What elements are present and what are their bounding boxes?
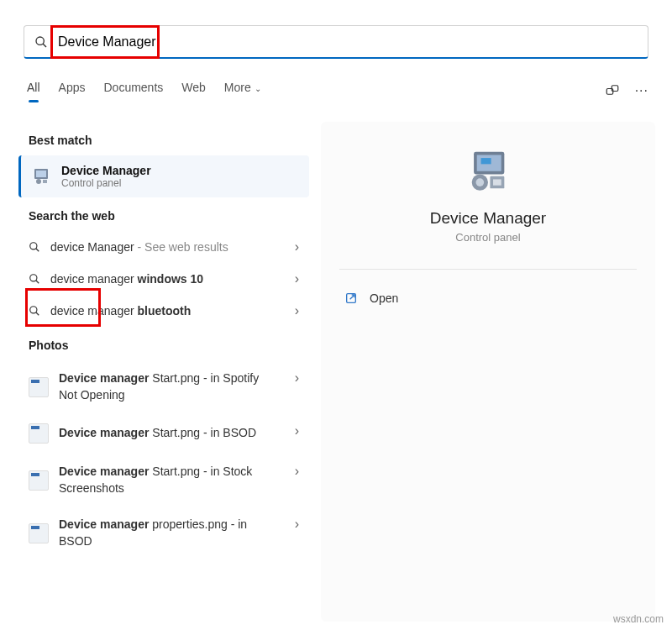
chevron-right-icon: › [295,423,299,438]
svg-point-10 [30,275,37,281]
svg-point-8 [30,243,37,249]
results-area: Best match Device Manager Control panel … [17,122,655,622]
svg-rect-20 [493,179,501,185]
more-options-icon[interactable]: ··· [635,83,648,98]
device-manager-icon [463,147,513,197]
svg-point-6 [36,179,41,184]
search-icon [34,35,48,49]
photo-result[interactable]: Device manager properties.png - in BSOD … [17,507,311,559]
device-link-icon[interactable] [605,82,620,100]
web-result-label: device manager bluetooth [50,304,191,318]
svg-point-12 [30,307,37,313]
web-result-label: device manager windows 10 [50,272,203,286]
web-result-label: device Manager - See web results [50,240,228,254]
section-photos: Photos [29,339,311,352]
photo-result-label: Device manager properties.png - in BSOD [59,517,260,549]
photo-result[interactable]: Device manager Start.png - in Spotify No… [17,360,311,413]
tab-web[interactable]: Web [181,81,206,101]
chevron-right-icon: › [295,303,299,318]
open-external-icon [344,291,358,305]
svg-line-9 [36,249,39,252]
search-input[interactable] [58,34,638,50]
photo-result[interactable]: Device manager Start.png - in BSOD › [17,413,311,454]
photo-result[interactable]: Device manager Start.png - in Stock Scre… [17,454,311,507]
svg-rect-16 [481,158,491,164]
tab-documents[interactable]: Documents [103,81,163,101]
chevron-right-icon: › [295,464,299,479]
search-bar[interactable] [24,25,648,59]
preview-pane: Device Manager Control panel Open [321,122,655,622]
chevron-right-icon: › [295,271,299,286]
chevron-right-icon: › [295,517,299,532]
results-list: Best match Device Manager Control panel … [17,122,311,622]
chevron-right-icon: › [295,370,299,386]
image-thumbnail-icon [29,377,49,397]
photo-result-label: Device manager Start.png - in Spotify No… [59,370,260,403]
preview-subtitle: Control panel [321,231,655,244]
tab-all[interactable]: All [27,81,40,101]
open-label: Open [370,291,398,305]
svg-rect-7 [43,180,47,183]
device-manager-icon [31,166,51,186]
svg-line-1 [43,44,46,47]
section-best-match: Best match [29,134,311,147]
filter-tabs: All Apps Documents Web More ⌄ ··· [27,81,648,101]
search-icon [29,273,40,285]
svg-point-0 [36,37,44,45]
watermark: wsxdn.com [613,613,664,625]
image-thumbnail-icon [29,423,49,444]
image-thumbnail-icon [29,470,49,491]
open-button[interactable]: Open [321,280,655,317]
section-search-web: Search the web [29,209,311,223]
chevron-down-icon: ⌄ [255,84,261,93]
svg-point-18 [476,178,485,186]
web-result[interactable]: device manager windows 10 › [17,263,311,295]
photo-result-label: Device manager Start.png - in BSOD [59,425,256,442]
svg-line-11 [36,281,39,284]
best-match-subtitle: Control panel [61,177,151,189]
tab-more[interactable]: More ⌄ [224,81,261,101]
photo-result-label: Device manager Start.png - in Stock Scre… [59,464,260,496]
tab-apps[interactable]: Apps [59,81,86,101]
image-thumbnail-icon [29,523,49,543]
divider [339,269,637,270]
chevron-right-icon: › [295,239,299,255]
web-result[interactable]: device Manager - See web results › [17,231,311,263]
best-match-item[interactable]: Device Manager Control panel [18,155,309,197]
best-match-title: Device Manager [61,164,151,177]
svg-line-13 [36,312,39,316]
web-result[interactable]: device manager bluetooth › [17,295,311,327]
search-icon [29,305,40,317]
svg-rect-5 [36,171,46,177]
search-icon [29,241,40,253]
preview-title: Device Manager [321,209,655,228]
